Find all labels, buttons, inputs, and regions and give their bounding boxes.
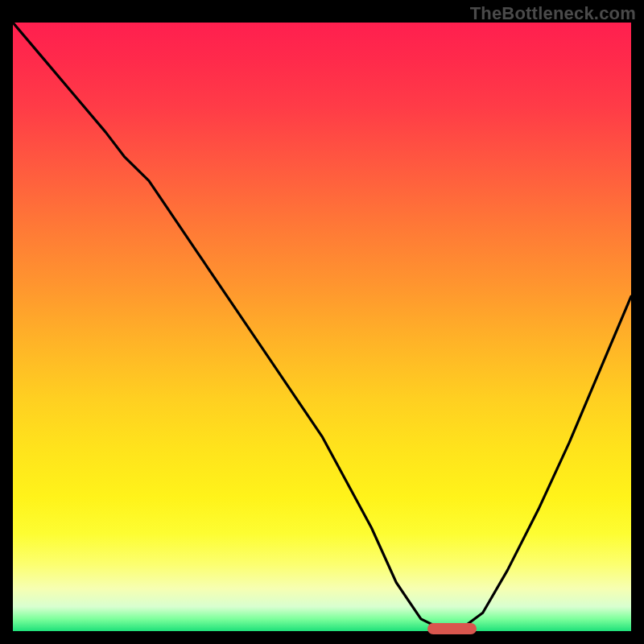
watermark-text: TheBottleneck.com [470, 3, 636, 24]
chart-container [13, 23, 631, 631]
app-frame: TheBottleneck.com [0, 0, 644, 644]
bottleneck-curve [13, 23, 631, 631]
optimum-marker [427, 623, 477, 634]
